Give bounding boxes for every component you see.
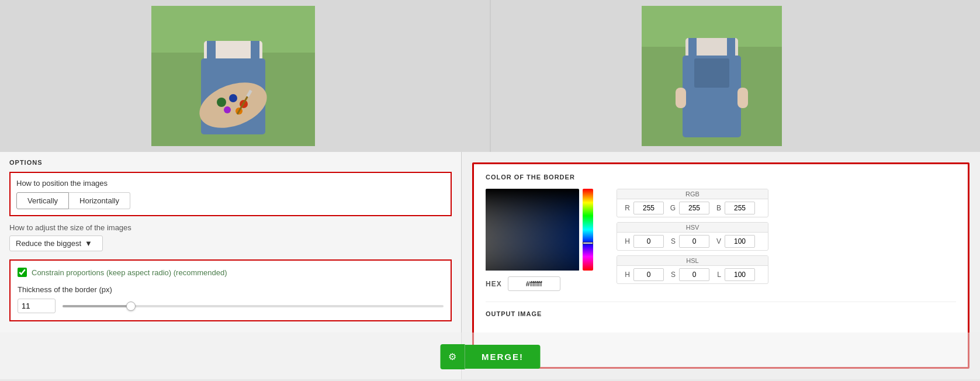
hsv-h-label: H	[622, 237, 630, 245]
color-gradient[interactable]	[486, 189, 579, 271]
r-label: R	[622, 204, 630, 212]
color-gradient-overlay	[486, 189, 579, 271]
hex-row: HEX	[486, 276, 593, 291]
svg-point-10	[224, 106, 231, 113]
svg-rect-18	[688, 38, 697, 60]
options-title: OPTIONS	[9, 159, 452, 166]
constrain-checkbox[interactable]	[18, 268, 27, 277]
color-picker-group: HEX	[486, 189, 593, 291]
color-panel: COLOR OF THE BORDER HEX	[472, 162, 969, 369]
thickness-row	[18, 299, 444, 313]
rgb-header: RGB	[617, 189, 768, 199]
hsv-v-input[interactable]	[725, 235, 755, 248]
hsv-s-label: S	[667, 237, 676, 245]
hsl-h-label: H	[622, 271, 630, 279]
size-dropdown[interactable]: Reduce the biggest ▼	[9, 235, 103, 251]
slider-fill	[63, 305, 131, 307]
rgb-group: RGB R G B	[617, 189, 768, 217]
hsl-s-label: S	[667, 271, 676, 279]
constrain-label: Constrain proportions (keep aspect radio…	[32, 268, 227, 277]
color-panel-title: COLOR OF THE BORDER	[486, 174, 956, 181]
tab-horizontally[interactable]: Horizontally	[69, 192, 130, 209]
hsl-l-input[interactable]	[725, 268, 755, 281]
options-panel: OPTIONS How to position the images Verti…	[0, 152, 462, 379]
g-label: G	[667, 204, 676, 212]
output-label: OUTPUT IMAGE	[486, 310, 542, 317]
slider-track[interactable]	[63, 305, 444, 307]
b-label: B	[713, 204, 721, 212]
size-section: How to adjust the size of the images Red…	[9, 223, 452, 251]
svg-point-7	[217, 98, 226, 107]
right-image-svg	[642, 6, 782, 146]
hsl-s-input[interactable]	[679, 268, 709, 281]
color-strip[interactable]	[583, 189, 593, 271]
hsl-header: HSL	[617, 256, 768, 266]
size-label: How to adjust the size of the images	[9, 223, 452, 232]
left-image-svg	[151, 6, 315, 146]
svg-rect-4	[207, 41, 216, 64]
svg-rect-19	[727, 38, 735, 60]
color-picker-area	[486, 189, 593, 271]
left-image	[151, 6, 338, 146]
svg-rect-5	[251, 41, 259, 64]
positioning-label: How to position the images	[16, 179, 445, 188]
hsl-group: HSL H S L	[617, 255, 768, 284]
color-controls: HEX RGB R G B	[486, 189, 956, 291]
tab-vertically[interactable]: Vertically	[16, 192, 69, 209]
r-input[interactable]	[633, 202, 664, 214]
image-preview-area	[0, 0, 980, 152]
strip-indicator	[583, 242, 593, 244]
chevron-down-icon: ▼	[85, 239, 92, 248]
hsv-header: HSV	[617, 223, 768, 233]
positioning-box: How to position the images Vertically Ho…	[9, 172, 452, 216]
hsl-h-input[interactable]	[633, 268, 664, 281]
checkbox-row: Constrain proportions (keep aspect radio…	[18, 268, 444, 277]
hex-label: HEX	[486, 280, 502, 288]
merge-button[interactable]: MERGE!	[465, 345, 540, 369]
hex-input[interactable]	[508, 276, 560, 291]
rgb-row: R G B	[617, 199, 768, 217]
g-input[interactable]	[679, 202, 709, 214]
right-image	[642, 6, 829, 146]
hsl-row: H S L	[617, 266, 768, 283]
output-section: OUTPUT IMAGE	[486, 302, 956, 318]
merge-gear-button[interactable]: ⚙	[440, 344, 465, 369]
color-values: RGB R G B HSV H	[617, 189, 768, 284]
svg-rect-21	[676, 88, 686, 108]
thickness-slider-container	[63, 300, 444, 312]
svg-rect-20	[694, 58, 729, 88]
thickness-input[interactable]	[18, 299, 56, 313]
hsv-s-input[interactable]	[679, 235, 709, 248]
hsv-v-label: V	[713, 237, 721, 245]
constraint-box: Constrain proportions (keep aspect radio…	[9, 259, 452, 321]
hsv-row: H S V	[617, 233, 768, 250]
tab-group: Vertically Horizontally	[16, 192, 445, 209]
dropdown-label: Reduce the biggest	[16, 239, 81, 248]
svg-point-8	[229, 94, 237, 102]
gear-icon: ⚙	[448, 351, 456, 362]
left-image-panel	[0, 0, 491, 152]
merge-button-container: ⚙ MERGE!	[440, 344, 540, 369]
right-image-panel	[491, 0, 981, 152]
slider-thumb[interactable]	[126, 302, 136, 311]
hsv-h-input[interactable]	[633, 235, 664, 248]
thickness-label: Thickness of the border (px)	[18, 285, 444, 294]
b-input[interactable]	[725, 202, 755, 214]
hsv-group: HSV H S V	[617, 222, 768, 251]
svg-rect-22	[737, 88, 748, 108]
hsl-l-label: L	[713, 271, 721, 279]
